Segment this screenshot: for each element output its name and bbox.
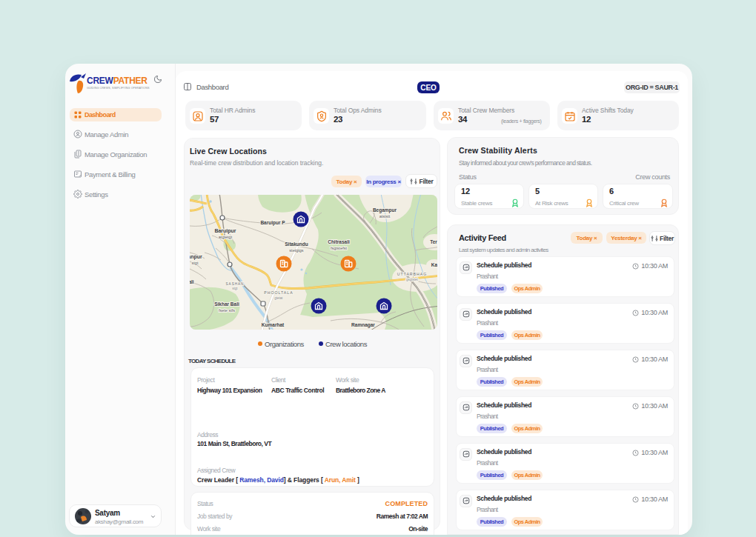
svg-text:fsete stfs: fsete stfs [219, 308, 235, 313]
svg-text:Baruipur: Baruipur [214, 228, 236, 234]
svg-text:fsgtstefst: fsgtstefst [331, 246, 347, 250]
svg-text:Begampur: Begampur [373, 207, 397, 213]
svg-text:Ter: Ter [430, 239, 437, 244]
svg-text:Sikhar Bali: Sikhar Bali [214, 301, 239, 307]
svg-text:Ka: Ka [431, 262, 437, 267]
svg-text:gtetat: gtetat [274, 296, 283, 300]
svg-text:PHOOLTALA: PHOOLTALA [264, 290, 293, 295]
svg-text:atststt: atststt [379, 214, 391, 219]
svg-text:GUIDING CREWS, SIMPLIFYING OPE: GUIDING CREWS, SIMPLIFYING OPERATIONS [87, 87, 150, 90]
svg-text:stgt: stgt [192, 261, 199, 265]
svg-text:SASHAN: SASHAN [226, 282, 245, 286]
svg-text:gsgtstet: gsgtstet [406, 278, 419, 281]
svg-text:stgt: stgt [232, 287, 238, 290]
svg-text:CREWPATHER: CREWPATHER [87, 76, 147, 86]
svg-text:anpur: anpur [190, 254, 202, 260]
svg-text:Kumarhat: Kumarhat [262, 322, 285, 327]
svg-text:Ramnagar: Ramnagar [351, 322, 375, 328]
svg-text:ali: ali [190, 279, 194, 284]
svg-text:Chitrasali: Chitrasali [328, 239, 350, 244]
svg-text:etstsatst: etstsatst [265, 329, 281, 330]
svg-text:stetgtgs: stetgtgs [289, 248, 304, 253]
svg-text:Sitakundu: Sitakundu [285, 241, 308, 247]
svg-text:atgtétgt: atgtétgt [219, 235, 233, 239]
svg-text:Baruipur P: Baruipur P [260, 220, 285, 226]
svg-text:UTTARBHAG: UTTARBHAG [397, 272, 428, 276]
